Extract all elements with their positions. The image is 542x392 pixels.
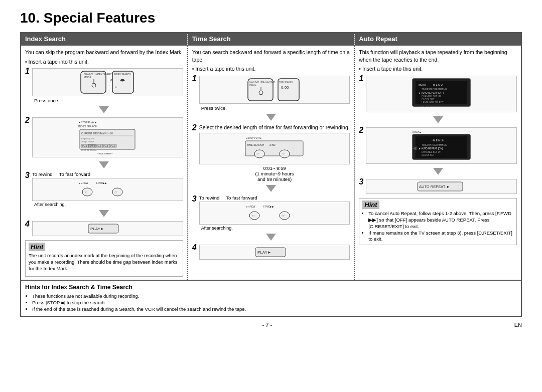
svg-text:TIMER PROGRAMMING: TIMER PROGRAMMING [422, 144, 447, 146]
svg-text:Pro.3: Pro.3 [96, 145, 101, 147]
hint-bottom-item-2: Press [STOP ■] to stop the search. [32, 299, 517, 306]
index-intro: You can skip the program backward and fo… [25, 49, 183, 56]
auto-step3-num: 3 [359, 178, 366, 186]
time-range-detail: (1 minute~9 hours [199, 171, 350, 176]
index-hint-text: The unit records an index mark at the be… [29, 253, 180, 272]
svg-text:TIME SEARCH: TIME SEARCH [247, 143, 264, 146]
time-range-detail2: and 59 minutes) [199, 176, 350, 182]
index-after-search: After searching, [34, 202, 183, 207]
auto-intro: This function will playback a tape repea… [359, 49, 517, 63]
time-step4-num: 4 [192, 244, 199, 252]
svg-marker-35 [99, 210, 109, 217]
col-header-auto: Auto Repeat [355, 33, 521, 46]
svg-text:CLOCK SET: CLOCK SET [422, 98, 435, 101]
time-step4-diagram: PLAY► [199, 245, 350, 260]
svg-text:CHANNEL SET UP: CHANNEL SET UP [422, 95, 441, 98]
svg-marker-75 [433, 116, 443, 123]
svg-text:0:00: 0:00 [281, 85, 289, 90]
svg-point-58 [249, 212, 259, 220]
svg-point-33 [112, 188, 122, 196]
time-after-search: After searching, [201, 226, 350, 231]
time-step2-diagram: ◄STOP PLAY► TIME SEARCH 2:50 ☜ ☞ [199, 133, 350, 164]
language-label: EN [514, 322, 522, 328]
svg-text:☞: ☞ [114, 190, 117, 194]
hint-bottom-item-3: If the end of the tape is reached during… [32, 306, 517, 312]
svg-text:PLAY►: PLAY► [257, 250, 272, 255]
svg-point-54 [280, 150, 290, 158]
svg-marker-47 [266, 114, 276, 121]
auto-step1-num: 1 [359, 75, 366, 83]
step-3-num: 3 [25, 171, 32, 179]
svg-text:☞: ☞ [282, 214, 285, 218]
col-header-time: Time Search [188, 33, 354, 46]
svg-text:MENU: MENU [419, 83, 426, 86]
auto-hint-item-2: If menu remains on the TV screen at step… [368, 230, 513, 243]
svg-text:SEARCH: SEARCH [249, 81, 259, 83]
hints-bottom-section: Hints for Index Search & Time Search The… [20, 281, 522, 317]
page-title: 10. Special Features [20, 10, 522, 26]
svg-text:INDEX SEARCH: INDEX SEARCH [95, 73, 114, 76]
time-step1-label: Press twice. [201, 105, 350, 111]
hints-bottom-title: Hints for Index Search & Time Search [25, 284, 517, 291]
svg-marker-85 [433, 168, 443, 175]
index-bullet1: • Insert a tape into this unit. [25, 58, 183, 66]
svg-text:PLAY►: PLAY► [90, 227, 104, 231]
svg-text:CHANNEL SET UP: CHANNEL SET UP [422, 151, 441, 153]
auto-hint-list: To cancel Auto Repeat, follow steps 1-2 … [362, 211, 513, 243]
auto-hint-item-1: To cancel Auto Repeat, follow steps 1-2 … [368, 211, 513, 230]
page-number: - 7 - [20, 322, 514, 328]
svg-text:of tape                       : of tape of tape [81, 140, 94, 143]
time-step2-num: 2 [192, 124, 199, 132]
time-step3-diagram: ◄◄REW F.FWD▶▶ ☜ ☞ [199, 202, 350, 225]
svg-text:TIME SEARCH: TIME SEARCH [259, 81, 275, 83]
svg-text:CURRENT PROGRAM      01 ~ 20: CURRENT PROGRAM 01 ~ 20 [81, 132, 113, 135]
svg-text:2:50: 2:50 [269, 143, 276, 146]
time-step3-num: 3 [192, 195, 199, 203]
svg-text:MODE: MODE [249, 84, 256, 86]
time-intro: You can search backward and forward a sp… [192, 49, 350, 63]
svg-text:☞: ☞ [282, 152, 285, 156]
svg-text:◄◄REW             F.FWD▶▶: ◄◄REW F.FWD▶▶ [78, 182, 107, 184]
svg-point-52 [254, 150, 264, 158]
svg-point-60 [280, 212, 290, 220]
col-header-index: Index Search [21, 33, 187, 46]
hints-bottom-list: These functions are not available during… [25, 293, 517, 313]
svg-marker-9 [99, 106, 109, 113]
index-hint-title: Hint [29, 243, 45, 251]
index-step4-diagram: PLAY► [32, 221, 183, 236]
svg-text:TIMER PROGRAMMING: TIMER PROGRAMMING [422, 88, 447, 91]
svg-text:◄STOP  PLAY►: ◄STOP PLAY► [413, 104, 431, 107]
index-step1-diagram: SEARCH MODE INDEX SEARCH [32, 68, 183, 96]
svg-text:☜: ☜ [84, 190, 87, 194]
auto-hint-box: Hint To cancel Auto Repeat, follow steps… [359, 198, 517, 245]
auto-bullet1: • Insert a tape into this unit. [359, 65, 517, 73]
svg-marker-62 [266, 234, 276, 241]
svg-text:02   01   01    02   03◄: 02 01 01 02 03◄ [81, 149, 97, 151]
svg-text:≫: ≫ [115, 86, 117, 88]
svg-text:INDEX SEARCH: INDEX SEARCH [78, 125, 97, 128]
step-1-num: 1 [25, 67, 32, 75]
hint-bottom-item-1: These functions are not available during… [32, 293, 517, 299]
svg-text:◄STOP  PLAY►: ◄STOP PLAY► [245, 137, 262, 139]
svg-text:AUTO REPEAT ►: AUTO REPEAT ► [419, 184, 450, 189]
svg-text:► AUTO REPEAT: [OFF]: ► AUTO REPEAT: [OFF] [419, 92, 444, 94]
step-2-num: 2 [25, 116, 32, 124]
index-step3-sub: To rewind To fast forward [32, 171, 183, 177]
svg-text:- M E N U -: - M E N U - [432, 139, 444, 142]
svg-marker-29 [99, 161, 109, 168]
svg-text:TIME SEARCH: TIME SEARCH [279, 81, 293, 83]
svg-marker-56 [266, 185, 276, 192]
svg-text:F.FWD►: F.FWD► [413, 131, 422, 134]
svg-text:INDEX SEARCH: INDEX SEARCH [114, 73, 131, 76]
time-step3-sub: To rewind To fast forward [199, 195, 350, 201]
svg-text:- M E N U -: - M E N U - [432, 83, 444, 86]
svg-text:◄◄REW             F.FWD▶▶: ◄◄REW F.FWD▶▶ [245, 206, 274, 208]
svg-point-31 [82, 188, 92, 196]
auto-step3-diagram: AUTO REPEAT ► [366, 179, 517, 194]
time-step1-diagram: SEARCH MODE TIME SEARCH TIME SEARCH 0:00 [199, 76, 350, 104]
time-range: 0:01~ 9:59 [199, 165, 350, 171]
auto-step1-diagram: MENU - M E N U - TIMER PROGRAMMING ► AUT… [366, 76, 517, 112]
index-hint-box: Hint The unit records an index mark at t… [25, 240, 183, 276]
index-step1-label: Press once. [34, 98, 183, 103]
time-step2-label: Select the desired length of time for fa… [199, 124, 350, 131]
